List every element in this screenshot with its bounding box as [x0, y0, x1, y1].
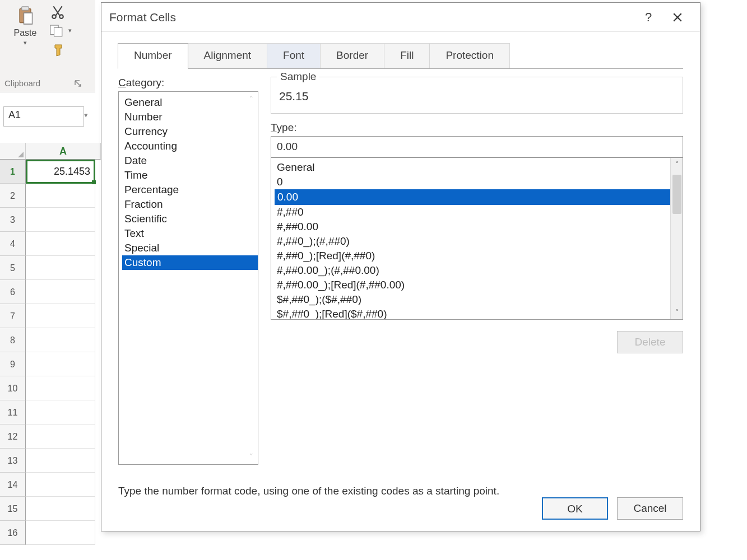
explanation-text: Type the number format code, using one o… — [101, 470, 700, 497]
cell[interactable]: 25.1453 — [26, 160, 95, 184]
cell[interactable] — [26, 304, 95, 328]
row-header[interactable]: 6 — [0, 280, 26, 304]
tab-border[interactable]: Border — [320, 43, 384, 69]
paste-button[interactable]: Paste ▾ — [6, 6, 45, 46]
dialog-titlebar[interactable]: Format Cells ? — [101, 3, 700, 32]
row-header[interactable]: 9 — [0, 352, 26, 376]
category-item[interactable]: Fraction — [122, 197, 258, 212]
copy-icon[interactable] — [49, 25, 65, 37]
type-label: Type: — [271, 122, 683, 134]
svg-rect-7 — [54, 28, 62, 36]
category-item[interactable]: Date — [122, 153, 258, 168]
sample-label: Sample — [277, 71, 319, 83]
row-header[interactable]: 4 — [0, 232, 26, 256]
type-item[interactable]: #,##0_);[Red](#,##0) — [275, 249, 683, 263]
row-header[interactable]: 16 — [0, 521, 26, 545]
category-item[interactable]: Currency — [122, 124, 258, 139]
cell[interactable] — [26, 328, 95, 352]
category-item[interactable]: Text — [122, 226, 258, 241]
column-header-a[interactable]: A — [26, 143, 101, 160]
cell[interactable] — [26, 256, 95, 280]
row-header[interactable]: 2 — [0, 184, 26, 208]
type-item[interactable]: $#,##0_);($#,##0) — [275, 292, 683, 307]
cell[interactable] — [26, 497, 95, 521]
row-header[interactable]: 1 — [0, 160, 26, 184]
cell[interactable] — [26, 208, 95, 232]
type-item[interactable]: #,##0_);(#,##0) — [275, 234, 683, 249]
row-header[interactable]: 7 — [0, 304, 26, 328]
format-painter-icon[interactable] — [52, 44, 65, 57]
cell[interactable] — [26, 449, 95, 473]
help-button[interactable]: ? — [634, 6, 663, 29]
paste-icon — [17, 6, 34, 26]
tab-protection[interactable]: Protection — [429, 43, 510, 69]
category-item[interactable]: Number — [122, 110, 258, 124]
close-button[interactable] — [663, 6, 692, 29]
cell[interactable] — [26, 400, 95, 424]
row-header[interactable]: 11 — [0, 400, 26, 424]
tab-font[interactable]: Font — [267, 43, 321, 69]
cell[interactable] — [26, 184, 95, 208]
category-item[interactable]: General — [122, 95, 258, 110]
tab-fill[interactable]: Fill — [384, 43, 430, 69]
type-item[interactable]: #,##0.00 — [275, 220, 683, 234]
copy-dropdown-arrow[interactable]: ▾ — [68, 27, 72, 34]
paste-label: Paste — [14, 28, 37, 38]
cut-icon[interactable] — [50, 4, 65, 19]
type-list-scrollbar[interactable]: ˄ ˅ — [670, 158, 683, 319]
tab-number[interactable]: Number — [118, 43, 188, 69]
category-list[interactable]: ˄ GeneralNumberCurrencyAccountingDateTim… — [118, 91, 258, 465]
row-header[interactable]: 13 — [0, 449, 26, 473]
type-item[interactable]: General — [275, 160, 683, 175]
worksheet-grid: A 125.14532345678910111213141516 — [0, 143, 101, 545]
cell[interactable] — [26, 521, 95, 545]
type-item[interactable]: 0 — [275, 175, 683, 189]
category-label: Category: — [118, 77, 258, 89]
ok-button[interactable]: OK — [542, 497, 608, 520]
category-item[interactable]: Percentage — [122, 183, 258, 197]
paste-dropdown-arrow[interactable]: ▾ — [6, 39, 45, 46]
type-input[interactable] — [271, 136, 683, 157]
sample-group: Sample 25.15 — [271, 77, 683, 114]
type-list[interactable]: General00.00#,##0#,##0.00#,##0_);(#,##0)… — [271, 157, 683, 320]
cell[interactable] — [26, 424, 95, 449]
type-item[interactable]: #,##0 — [275, 205, 683, 220]
scroll-down-icon[interactable]: ˅ — [671, 306, 683, 319]
row-header[interactable]: 14 — [0, 473, 26, 497]
type-item[interactable]: #,##0.00_);[Red](#,##0.00) — [275, 278, 683, 292]
category-item[interactable]: Custom — [122, 255, 258, 270]
category-item[interactable]: Time — [122, 168, 258, 183]
clipboard-group-label: Clipboard — [4, 78, 40, 88]
svg-rect-2 — [24, 13, 33, 24]
delete-button[interactable]: Delete — [617, 331, 683, 353]
cell[interactable] — [26, 280, 95, 304]
name-box[interactable]: A1 — [3, 106, 84, 127]
row-header[interactable]: 15 — [0, 497, 26, 521]
type-item[interactable]: 0.00 — [275, 189, 683, 205]
row-header[interactable]: 3 — [0, 208, 26, 232]
name-box-dropdown-icon[interactable]: ▾ — [84, 111, 88, 119]
clipboard-dialog-launcher-icon[interactable] — [74, 80, 84, 90]
cell[interactable] — [26, 376, 95, 400]
row-header[interactable]: 5 — [0, 256, 26, 280]
cell[interactable] — [26, 473, 95, 497]
svg-point-5 — [59, 15, 63, 18]
category-item[interactable]: Accounting — [122, 139, 258, 153]
type-item[interactable]: #,##0.00_);(#,##0.00) — [275, 263, 683, 278]
scroll-up-icon[interactable]: ˄ — [671, 158, 683, 171]
row-header[interactable]: 8 — [0, 328, 26, 352]
row-header[interactable]: 12 — [0, 424, 26, 449]
scroll-thumb[interactable] — [672, 175, 681, 214]
select-all-button[interactable] — [0, 143, 26, 160]
scroll-up-icon[interactable]: ˄ — [245, 93, 257, 105]
category-item[interactable]: Scientific — [122, 212, 258, 226]
row-header[interactable]: 10 — [0, 376, 26, 400]
cell[interactable] — [26, 352, 95, 376]
type-item[interactable]: $#,##0_);[Red]($#,##0) — [275, 307, 683, 320]
sample-value: 25.15 — [279, 85, 675, 103]
scroll-down-icon[interactable]: ˅ — [245, 451, 257, 463]
cancel-button[interactable]: Cancel — [617, 497, 683, 520]
cell[interactable] — [26, 232, 95, 256]
category-item[interactable]: Special — [122, 241, 258, 255]
tab-alignment[interactable]: Alignment — [188, 43, 268, 69]
